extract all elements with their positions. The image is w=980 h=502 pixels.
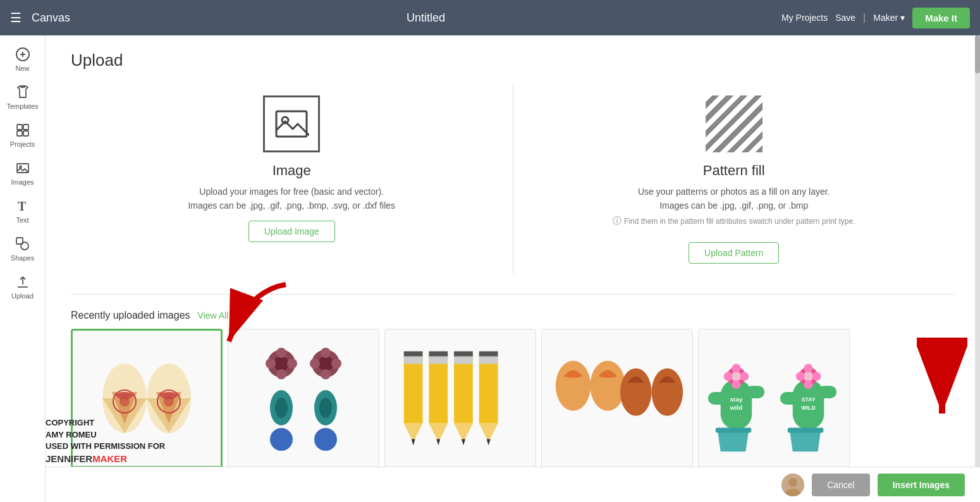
svg-rect-66 — [745, 386, 764, 398]
shapes-icon — [15, 236, 30, 252]
image-icon-box — [263, 95, 320, 152]
svg-point-81 — [804, 371, 814, 381]
recently-uploaded-section: Recently uploaded images View All — [71, 310, 955, 468]
sidebar-item-images[interactable]: Images — [0, 154, 45, 192]
pattern-fill-icon — [706, 95, 763, 152]
sidebar-item-new[interactable]: New — [0, 40, 45, 78]
pattern-section-desc2: Images can be .jpg, .gif, .png, or .bmp — [659, 200, 808, 211]
pattern-section-desc1: Use your patterns or photos as a fill on… — [638, 187, 830, 197]
sidebar-item-templates[interactable]: Templates — [0, 78, 45, 116]
svg-point-25 — [276, 369, 286, 379]
svg-rect-65 — [708, 392, 727, 405]
image-thumbnail-1[interactable] — [71, 329, 223, 468]
shirt-icon — [15, 85, 30, 100]
info-circle-icon: ⓘ — [613, 216, 622, 227]
cactus-svg: stay wild STAY WILD — [699, 341, 849, 455]
upload-icon — [15, 274, 30, 290]
menu-icon[interactable]: ☰ — [10, 10, 21, 25]
grid-icon — [15, 123, 30, 138]
svg-point-10 — [21, 242, 28, 250]
pencils-svg — [385, 341, 536, 455]
svg-rect-40 — [404, 355, 423, 424]
svg-text:stay: stay — [730, 396, 743, 403]
recently-header: Recently uploaded images View All — [71, 310, 955, 321]
image-thumbnail-5[interactable]: stay wild STAY WILD — [698, 329, 850, 468]
svg-marker-78 — [790, 430, 821, 452]
svg-point-83 — [804, 380, 813, 389]
leaf-drops-svg — [542, 341, 692, 455]
scrollbar-thumb[interactable] — [975, 35, 980, 73]
svg-point-30 — [321, 348, 331, 358]
upload-sections: Image Upload your images for free (basic… — [71, 85, 955, 295]
image-section-desc2: Images can be .jpg, .gif, .png, .bmp, .s… — [188, 200, 395, 211]
image-placeholder-icon — [274, 106, 309, 142]
image-icon — [15, 161, 30, 176]
pattern-upload-section: Pattern fill Use your patterns or photos… — [513, 85, 955, 274]
svg-point-84 — [796, 372, 805, 381]
svg-point-35 — [275, 398, 288, 418]
sidebar-item-upload[interactable]: Upload — [0, 268, 45, 306]
sidebar-item-shapes-label: Shapes — [11, 254, 34, 262]
svg-point-32 — [310, 358, 320, 369]
svg-point-72 — [732, 380, 741, 389]
svg-point-37 — [319, 398, 332, 418]
cancel-button[interactable]: Cancel — [812, 474, 870, 496]
svg-point-73 — [724, 372, 733, 381]
sidebar-item-text[interactable]: T Text — [0, 192, 45, 230]
sidebar-item-projects[interactable]: Projects — [0, 116, 45, 154]
svg-rect-3 — [17, 125, 22, 130]
insert-images-button[interactable]: Insert Images — [878, 474, 965, 496]
upload-image-button[interactable]: Upload Image — [248, 221, 335, 242]
my-projects-link[interactable]: My Projects — [781, 13, 828, 23]
svg-rect-77 — [818, 386, 836, 398]
earrings-svg-2 — [240, 341, 367, 455]
svg-point-61 — [590, 361, 625, 411]
svg-text:wild: wild — [730, 404, 742, 411]
image-upload-section: Image Upload your images for free (basic… — [71, 85, 513, 274]
save-button[interactable]: Save — [835, 13, 855, 23]
svg-point-92 — [788, 478, 797, 487]
view-all-link[interactable]: View All — [198, 310, 229, 321]
make-it-button[interactable]: Make It — [912, 8, 970, 28]
svg-rect-48 — [429, 352, 448, 357]
image-section-title: Image — [273, 162, 311, 179]
svg-marker-54 — [462, 439, 465, 445]
svg-rect-45 — [429, 355, 448, 424]
sidebar-item-new-label: New — [15, 64, 29, 72]
svg-text:T: T — [18, 199, 27, 213]
svg-point-26 — [266, 358, 276, 369]
image-thumbnail-4[interactable] — [541, 329, 693, 468]
svg-rect-68 — [716, 428, 752, 433]
svg-point-24 — [276, 348, 286, 358]
maker-selector[interactable]: Maker ▾ — [873, 13, 905, 23]
svg-point-71 — [732, 364, 741, 372]
project-name: Untitled — [70, 11, 781, 25]
image-thumbnail-2[interactable] — [228, 329, 379, 468]
plus-icon — [15, 47, 30, 62]
svg-point-29 — [318, 356, 333, 371]
svg-rect-53 — [454, 352, 473, 357]
image-grid: stay wild STAY WILD — [71, 329, 955, 468]
sidebar: New Templates Projects Images T Text — [0, 35, 46, 502]
svg-point-63 — [652, 368, 683, 415]
svg-rect-55 — [479, 355, 498, 424]
avatar-image — [781, 474, 804, 496]
image-thumbnail-3[interactable] — [384, 329, 536, 468]
pattern-section-info: ⓘ Find them in the pattern fill attribut… — [613, 216, 855, 227]
scrollbar[interactable] — [975, 35, 980, 502]
upload-pattern-button[interactable]: Upload Pattern — [689, 242, 779, 264]
svg-rect-6 — [23, 131, 28, 136]
page-title: Upload — [71, 51, 955, 70]
svg-rect-43 — [404, 352, 423, 357]
svg-point-74 — [740, 372, 749, 381]
svg-rect-76 — [780, 392, 799, 405]
svg-rect-5 — [17, 131, 22, 136]
svg-rect-13 — [276, 111, 307, 137]
svg-point-85 — [812, 372, 821, 381]
svg-rect-79 — [788, 428, 824, 433]
sidebar-item-shapes[interactable]: Shapes — [0, 230, 45, 268]
pattern-section-title: Pattern fill — [703, 162, 765, 179]
app-name: Canvas — [32, 11, 70, 25]
recently-title: Recently uploaded images — [71, 310, 190, 321]
svg-point-33 — [331, 358, 341, 369]
